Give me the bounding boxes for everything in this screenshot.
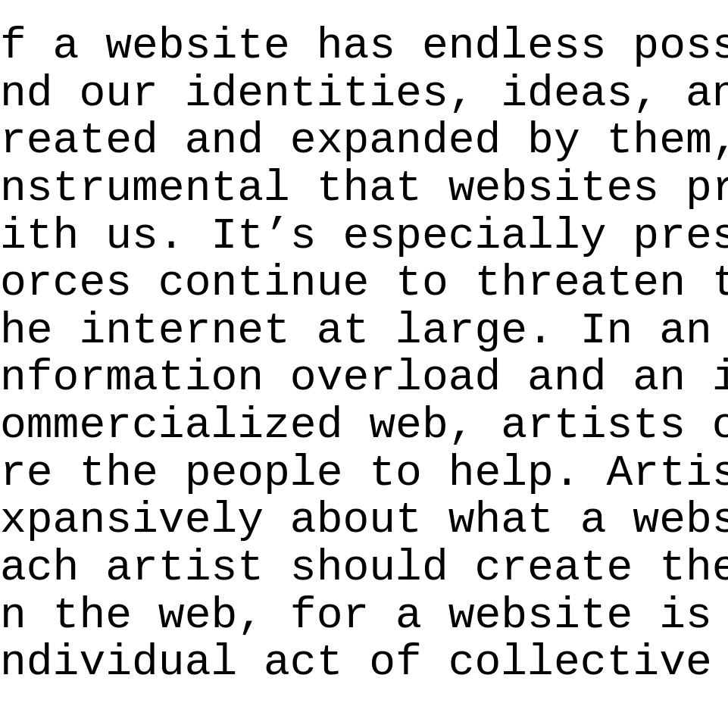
text-line-7: nformation overload and an increasi bbox=[0, 355, 728, 402]
text-line-8: ommercialized web, artists of all t bbox=[0, 402, 728, 450]
text-line-9: re the people to help. Artists can bbox=[0, 450, 728, 498]
main-text-block: f a website has endless possibilitind ou… bbox=[0, 0, 728, 687]
text-line-3: nstrumental that websites progress bbox=[0, 165, 728, 213]
text-line-4: ith us. It’s especially pressing wh bbox=[0, 213, 728, 261]
text-line-2: reated and expanded by them, then i bbox=[0, 117, 728, 165]
text-line-0: f a website has endless possibiliti bbox=[0, 23, 728, 70]
text-line-10: xpansively about what a website can bbox=[0, 497, 728, 545]
text-line-13: ndividual act of collective ambitio bbox=[0, 639, 728, 687]
text-line-1: nd our identities, ideas, and dream bbox=[0, 70, 728, 118]
text-line-12: n the web, for a website is an bbox=[0, 592, 728, 640]
text-line-5: orces continue to threaten the web bbox=[0, 260, 728, 308]
text-line-6: he internet at large. In an age of bbox=[0, 308, 728, 355]
text-line-11: ach artist should create their own bbox=[0, 545, 728, 592]
